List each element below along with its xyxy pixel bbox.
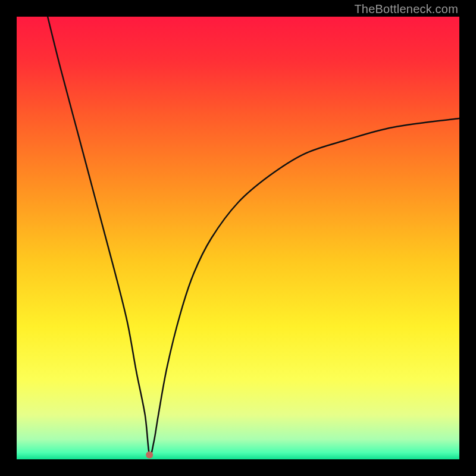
watermark-text: TheBottleneck.com [354,2,458,16]
bottleneck-curve [48,17,459,456]
plot-area [17,17,459,459]
curve-layer [17,17,459,459]
minimum-marker [146,452,153,459]
